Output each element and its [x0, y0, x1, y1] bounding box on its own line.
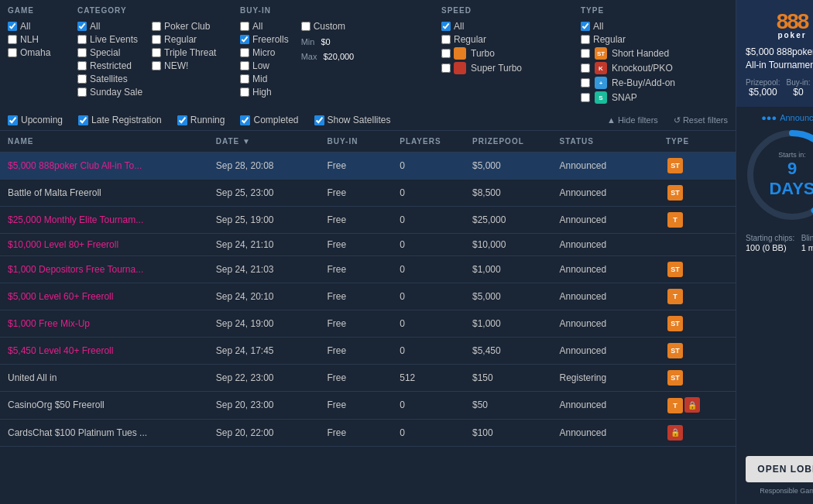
tournament-name[interactable]: CasinoOrg $50 Freeroll	[8, 399, 105, 410]
game-options: All NLH Omaha	[8, 21, 77, 58]
speed-regular[interactable]: Regular	[441, 34, 581, 45]
cat-sunday[interactable]: Sunday Sale	[77, 87, 142, 98]
game-omaha[interactable]: Omaha	[8, 47, 77, 58]
tournament-status-cell: Announced	[552, 392, 659, 420]
tournament-name-cell[interactable]: $10,000 Level 80+ Freeroll	[0, 234, 208, 256]
badge-lock: 🔒	[667, 425, 683, 441]
filter-completed[interactable]: Completed	[240, 115, 298, 125]
hide-filters-button[interactable]: ▲ Hide filters	[607, 115, 658, 125]
tournament-name[interactable]: CardsChat $100 Platinum Tues ...	[8, 427, 147, 438]
buyin-label: BUY-IN	[240, 6, 441, 15]
tournament-name-cell[interactable]: CardsChat $100 Platinum Tues ...	[0, 419, 208, 446]
buyin-micro[interactable]: Micro	[240, 47, 289, 58]
game-label: GAME	[8, 6, 77, 15]
table-row[interactable]: $5,450 Level 40+ FreerollSep 24, 17:45Fr…	[0, 338, 736, 365]
responsible-gaming-label: Responsible Gaming	[746, 487, 813, 495]
tournament-name-cell[interactable]: United All in	[0, 365, 208, 392]
tournament-buyin-cell: Free	[320, 283, 393, 310]
tournament-name-cell[interactable]: CasinoOrg $50 Freeroll	[0, 392, 208, 420]
buyin-all[interactable]: All	[240, 21, 289, 32]
game-all[interactable]: All	[8, 21, 77, 32]
tournament-players-cell: 0	[392, 256, 465, 283]
tournament-name-cell[interactable]: $1,000 Free Mix-Up	[0, 310, 208, 338]
tournament-prizepool-cell: $1,000	[465, 256, 552, 283]
tournament-name[interactable]: $5,000 888poker Club All-in To...	[8, 160, 142, 171]
chips-value: 100 (0 BB)	[746, 243, 787, 252]
max-row: Max $20,000	[301, 52, 355, 61]
type-regular[interactable]: Regular	[581, 34, 728, 45]
speed-turbo[interactable]: Turbo	[441, 47, 581, 60]
tournament-name[interactable]: $1,000 Depositors Free Tourna...	[8, 264, 143, 275]
open-lobby-button[interactable]: OPEN LOBBY	[746, 456, 813, 482]
table-row[interactable]: $5,000 888poker Club All-in To...Sep 28,…	[0, 153, 736, 180]
cat-triple-threat[interactable]: Triple Threat	[152, 47, 216, 58]
tournament-name-cell[interactable]: $5,000 Level 60+ Freeroll	[0, 283, 208, 310]
tournament-buyin-cell: Free	[320, 153, 393, 180]
tournament-name[interactable]: United All in	[8, 372, 57, 383]
tournament-name-cell[interactable]: $25,000 Monthly Elite Tournam...	[0, 207, 208, 234]
filter-upcoming[interactable]: Upcoming	[8, 115, 63, 125]
tournament-buyin-cell: Free	[320, 180, 393, 207]
tournament-prizepool-cell: $8,500	[465, 180, 552, 207]
cat-special[interactable]: Special	[77, 47, 142, 58]
game-nlh[interactable]: NLH	[8, 34, 77, 45]
cat-regular[interactable]: Regular	[152, 34, 216, 45]
tournament-date-cell: Sep 25, 23:00	[208, 180, 320, 207]
cat-restricted[interactable]: Restricted	[77, 60, 142, 71]
starts-in-label: Starts in:	[769, 151, 813, 159]
type-all[interactable]: All	[581, 21, 728, 32]
tournament-name[interactable]: Battle of Malta Freeroll	[8, 187, 101, 198]
type-label: TYPE	[581, 6, 728, 15]
cat-all[interactable]: All	[77, 21, 142, 32]
table-row[interactable]: $5,000 Level 60+ FreerollSep 24, 20:10Fr…	[0, 283, 736, 310]
cat-new[interactable]: NEW!	[152, 60, 216, 71]
tournament-name[interactable]: $5,450 Level 40+ Freeroll	[8, 345, 113, 356]
filter-show-satellites[interactable]: Show Satellites	[314, 115, 391, 125]
buyin-freerolls[interactable]: Freerolls	[240, 34, 289, 45]
tournament-name-cell[interactable]: $1,000 Depositors Free Tourna...	[0, 256, 208, 283]
tournament-date-cell: Sep 24, 21:10	[208, 234, 320, 256]
tournament-name-cell[interactable]: $5,000 888poker Club All-in To...	[0, 153, 208, 180]
filter-category: CATEGORY All Live Events Special Restric…	[77, 6, 240, 104]
type-sh[interactable]: ST Short Handed	[581, 47, 728, 60]
filter-late-reg[interactable]: Late Registration	[78, 115, 162, 125]
tournament-name[interactable]: $1,000 Free Mix-Up	[8, 318, 90, 329]
filter-game: GAME All NLH Omaha	[8, 6, 77, 104]
table-row[interactable]: CardsChat $100 Platinum Tues ...Sep 20, …	[0, 419, 736, 446]
tournament-name[interactable]: $25,000 Monthly Elite Tournam...	[8, 214, 143, 225]
type-rb[interactable]: + Re-Buy/Add-on	[581, 77, 728, 89]
tournament-buyin-cell: Free	[320, 392, 393, 420]
cat-poker-club[interactable]: Poker Club	[152, 21, 216, 32]
badge-st: ST	[667, 316, 683, 331]
ko-icon: K	[595, 62, 607, 74]
tournament-buyin-cell: Free	[320, 419, 393, 446]
table-row[interactable]: CasinoOrg $50 FreerollSep 20, 23:00Free0…	[0, 392, 736, 420]
tournament-name[interactable]: $5,000 Level 60+ Freeroll	[8, 291, 113, 302]
tournament-status-cell: Announced	[552, 283, 659, 310]
speed-superturbo[interactable]: Super Turbo	[441, 62, 581, 74]
speed-all[interactable]: All	[441, 21, 581, 32]
table-row[interactable]: $1,000 Free Mix-UpSep 24, 19:00Free0$1,0…	[0, 310, 736, 338]
type-snap[interactable]: S SNAP	[581, 91, 728, 104]
reset-filters-button[interactable]: ↺ Reset filters	[674, 115, 728, 125]
cat-satellites[interactable]: Satellites	[77, 74, 142, 84]
buyin-mid[interactable]: Mid	[240, 74, 289, 84]
table-row[interactable]: $10,000 Level 80+ FreerollSep 24, 21:10F…	[0, 234, 736, 256]
table-row[interactable]: Battle of Malta FreerollSep 25, 23:00Fre…	[0, 180, 736, 207]
speed-turbo-icon	[454, 47, 466, 60]
table-row[interactable]: $25,000 Monthly Elite Tournam...Sep 25, …	[0, 207, 736, 234]
cat-live[interactable]: Live Events	[77, 34, 142, 45]
type-ko[interactable]: K Knockout/PKO	[581, 62, 728, 74]
tournament-type-cell: ST	[658, 310, 736, 338]
tournament-name-cell[interactable]: $5,450 Level 40+ Freeroll	[0, 338, 208, 365]
buyin-low[interactable]: Low	[240, 60, 289, 71]
buyin-custom[interactable]: Custom	[301, 21, 355, 32]
badge-t: T	[667, 212, 683, 228]
table-row[interactable]: United All inSep 22, 23:00Free512$150Reg…	[0, 365, 736, 392]
buyin-high[interactable]: High	[240, 87, 289, 98]
filter-running[interactable]: Running	[177, 115, 225, 125]
table-row[interactable]: $1,000 Depositors Free Tourna...Sep 24, …	[0, 256, 736, 283]
tournament-name[interactable]: $10,000 Level 80+ Freeroll	[8, 239, 118, 250]
panel-starting-chips: Starting chips: 100 (0 BB)	[746, 234, 794, 253]
tournament-name-cell[interactable]: Battle of Malta Freeroll	[0, 180, 208, 207]
